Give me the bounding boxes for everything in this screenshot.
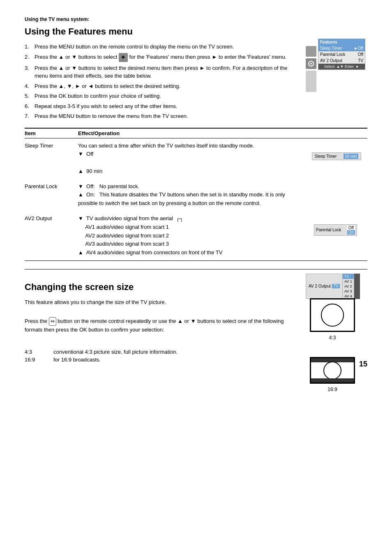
table-row-av: AV2 Output TV audio/video signal from th… <box>25 211 367 260</box>
av-option-tv: TV <box>343 274 354 279</box>
screen-size-button-icon: ⇔ <box>49 317 56 326</box>
menu-row-parental: Parental Lock Off <box>318 51 365 58</box>
av-menu: AV 2 Output TV <box>306 274 343 299</box>
gear-icon <box>306 58 316 69</box>
col-effect: Effect/Operation <box>78 128 363 138</box>
parental-on: On <box>347 230 355 235</box>
sleep-timer-screenshot: Sleep Timer 10 min <box>312 152 367 160</box>
arrow-down-icon <box>78 151 83 157</box>
av-option-av1: AV 1 <box>343 279 354 284</box>
sleep-timer-label: Sleep Timer <box>315 154 337 159</box>
features-menu-box: Features Sleep Timer ► Off Parental Lock… <box>318 39 365 70</box>
item-sleep: Sleep Timer <box>25 138 78 179</box>
av-value: TV <box>332 284 340 288</box>
av-output-screenshot: AV 2 Output TV TV AV 1 AV 2 AV 3 AV 4 <box>306 274 371 299</box>
step-2: 2.Press the or buttons to select ✦ for t… <box>25 53 302 62</box>
arrow-down-parental-icon <box>78 183 83 189</box>
screen-size-intro: This feature allows you to change the si… <box>25 298 291 307</box>
parental-lock-screenshot: Parental Lock Off On <box>314 224 367 236</box>
av-option-av3: AV 3 <box>343 289 354 294</box>
page-number: 15 <box>359 360 367 368</box>
screen-diagrams: 4:3 16:9 <box>297 298 367 401</box>
parental-options: Off On <box>347 226 355 235</box>
feature-table: Item Effect/Operation Sleep Timer You ca… <box>25 128 367 261</box>
diagram-43: 4:3 <box>310 298 355 341</box>
tv-screen-169 <box>310 357 355 384</box>
av-option-av4: AV 4 <box>343 294 354 299</box>
diagram-43-label: 4:3 <box>310 335 355 341</box>
format-list: 4:3conventional 4:3 picture size, full p… <box>25 349 291 363</box>
menu-footer: Select: ▲▼ Enter: ► <box>318 64 365 69</box>
step-6: 6.Repeat steps 3-5 if you wish to select… <box>25 102 302 111</box>
bottom-bar-169 <box>311 378 354 382</box>
sleep-timer-value: 10 min <box>344 154 358 159</box>
step-5: 5.Press the OK button to confirm your ch… <box>25 92 302 100</box>
screen-size-body: Press the ⇔ button on the remote control… <box>25 317 291 334</box>
section-intro: Using the TV menu system: <box>25 16 367 22</box>
arrow-down-av-icon <box>78 215 83 221</box>
parental-row: Parental Lock Off On <box>314 225 357 235</box>
tv-circle-43 <box>321 304 344 327</box>
arrow-up-icon <box>78 168 83 174</box>
col-item: Item <box>25 128 78 138</box>
features-heading: Using the Features menu <box>25 26 367 37</box>
section-divider <box>25 269 367 269</box>
effect-av: TV audio/video signal from the aerial ┌┐… <box>78 211 363 260</box>
numbered-steps-list: 1.Press the MENU button on the remote co… <box>25 43 302 120</box>
page: Using the TV menu system: Using the Feat… <box>0 0 392 381</box>
tv-screen-43 <box>310 298 355 332</box>
step-4: 4.Press the , , or ◄ buttons to select t… <box>25 82 302 90</box>
step-3: 3.Press the or buttons to select the des… <box>25 64 302 80</box>
tv-icon-1 <box>306 46 316 57</box>
tv-circle-169 <box>323 362 341 380</box>
menu-row-av: AV 2 Output TV <box>318 58 365 64</box>
remote-icon <box>306 71 316 92</box>
av-submenu: TV AV 1 AV 2 AV 3 AV 4 <box>343 274 354 299</box>
sleep-timer-menu: Sleep Timer 10 min <box>312 152 361 160</box>
table-row-parental: Parental Lock Off: No parental lock. On:… <box>25 179 367 211</box>
diagram-169: 16:9 <box>310 357 355 392</box>
item-parental: Parental Lock <box>25 179 78 211</box>
arrow-up-av-icon <box>78 249 83 256</box>
parental-label: Parental Lock <box>316 228 341 232</box>
arrow-up-parental-icon <box>78 191 83 198</box>
av-option-av2: AV 2 <box>343 284 354 289</box>
step-1: 1.Press the MENU button on the remote co… <box>25 43 302 51</box>
features-icon: ✦ <box>119 53 128 62</box>
item-av: AV2 Output <box>25 211 78 260</box>
av-tab <box>354 274 360 299</box>
format-169: 16:9for 16:9 broadcasts. <box>25 357 291 363</box>
parental-off: Off <box>347 226 355 230</box>
diagram-169-label: 16:9 <box>310 387 355 392</box>
format-43: 4:3conventional 4:3 picture size, full p… <box>25 349 291 355</box>
effect-parental: Off: No parental lock. On: This feature … <box>78 179 363 211</box>
features-menu-screenshot: Features Sleep Timer ► Off Parental Lock… <box>306 39 367 92</box>
menu-row-sleep: Sleep Timer ► Off <box>318 45 365 51</box>
svg-point-1 <box>310 63 312 64</box>
step-7: 7.Press the MENU button to remove the me… <box>25 112 302 120</box>
av-label: AV 2 Output <box>309 284 331 288</box>
menu-title: Features <box>318 39 365 45</box>
av-menu-wrap: AV 2 Output TV TV AV 1 AV 2 AV 3 AV 4 <box>306 274 371 299</box>
